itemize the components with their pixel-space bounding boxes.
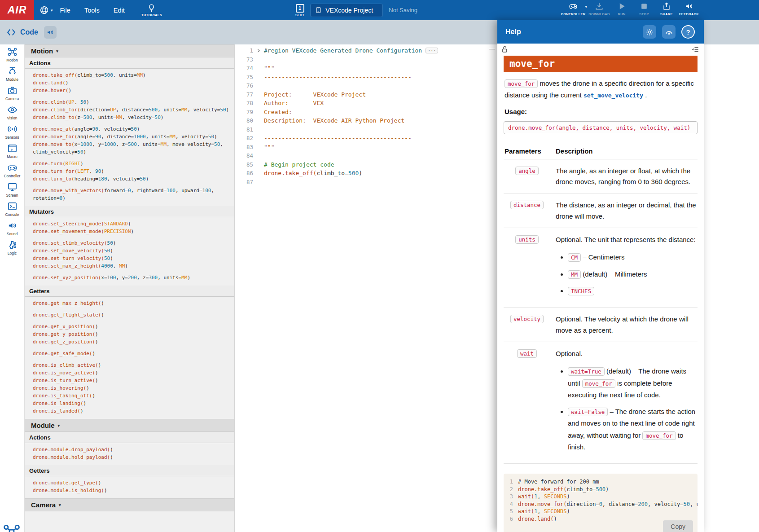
tab-code[interactable]: Code [6, 26, 57, 39]
collapsed-region-marker[interactable]: ··· [426, 48, 438, 53]
rail-item-module[interactable]: Module [0, 64, 24, 83]
param-chip: distance [510, 201, 544, 209]
feedback-button[interactable]: FEEDBACK [678, 2, 700, 16]
sound-toggle-button[interactable] [44, 26, 57, 39]
help-toolbar [497, 44, 704, 55]
command-item[interactable]: drone.set_turn_velocity(50) [25, 255, 234, 262]
menu-edit[interactable]: Edit [114, 7, 125, 14]
toc-icon [691, 45, 699, 53]
stop-button[interactable]: STOP [633, 2, 655, 16]
logic-icon [7, 240, 18, 250]
palette-section-module[interactable]: Module▾ [25, 419, 234, 432]
rail-item-vision[interactable]: Vision [0, 102, 24, 122]
command-item[interactable]: drone.set_climb_velocity(50) [25, 239, 234, 247]
chevron-down-icon: ▾ [585, 4, 587, 9]
slot-button[interactable]: 1 SLOT [295, 4, 304, 17]
doc-title-bar: move_for [504, 56, 698, 72]
command-item[interactable]: drone.module.get_type() [25, 479, 234, 487]
command-item[interactable]: drone.climb_for(direction=UP, distance=5… [25, 106, 234, 114]
command-item[interactable]: drone.set_xyz_position(x=100, y=200, z=3… [25, 274, 234, 281]
command-item[interactable]: drone.take_off(climb_to=500, units=MM) [25, 71, 234, 79]
command-item[interactable]: drone.hover() [25, 87, 234, 94]
command-item[interactable]: drone.is_taking_off() [25, 392, 234, 400]
rail-label-vision: Vision [7, 116, 18, 120]
command-item[interactable]: drone.turn_for(LEFT, 90) [25, 167, 234, 175]
rail-label-sound: Sound [7, 232, 18, 236]
category-rail: MotionModuleCameraVisionSensorsMacroCont… [0, 44, 25, 532]
command-item[interactable]: drone.module.hold_payload() [25, 453, 234, 461]
controller-button[interactable]: CONTROLLER▾ [558, 2, 588, 16]
command-item[interactable]: drone.get_x_position() [25, 323, 234, 330]
command-item[interactable]: drone.get_safe_mode() [25, 350, 234, 357]
doc-link[interactable]: set_move_velocity [584, 92, 643, 99]
menu-file[interactable]: File [60, 7, 70, 14]
tutorials-button[interactable]: TUTORIALS [141, 4, 162, 17]
command-item[interactable]: drone.get_y_position() [25, 330, 234, 338]
param-row-velocity: velocityOptional. The velocity at which … [504, 308, 698, 342]
command-item[interactable]: drone.turn_to(heading=180, velocity=50) [25, 175, 234, 183]
command-item[interactable]: drone.move_with_vectors(forward=0, right… [25, 187, 234, 202]
help-settings-button[interactable] [643, 25, 656, 39]
fold-chevron-icon[interactable] [253, 48, 264, 53]
command-item[interactable]: drone.move_to(x=1000, y=1000, z=500, uni… [25, 141, 234, 156]
rail-item-console[interactable]: Console [0, 199, 24, 218]
rail-item-screen[interactable]: Screen [0, 180, 24, 199]
inline-code-chip: move_for [642, 431, 676, 440]
command-item[interactable]: drone.is_turn_active() [25, 377, 234, 384]
command-item[interactable]: drone.set_steering_mode(STANDARD) [25, 220, 234, 228]
command-item[interactable]: drone.climb(UP, 50) [25, 98, 234, 106]
command-item[interactable]: drone.move_at(angle=90, velocity=50) [25, 125, 234, 133]
rail-label-macro: Macro [7, 154, 18, 159]
command-item[interactable]: drone.set_move_velocity(50) [25, 247, 234, 255]
toc-button[interactable] [691, 45, 699, 53]
help-panel-title: Help [505, 28, 521, 36]
bullet-item: CM – Centimeters [568, 251, 697, 263]
command-item[interactable]: drone.set_max_z_height(4000, MM) [25, 262, 234, 270]
unlock-button[interactable] [501, 45, 509, 53]
line-text: drone.take_off(climb_to=500) [264, 169, 362, 178]
command-cluster: drone.module.drop_payload()drone.module.… [25, 446, 234, 461]
command-item[interactable]: drone.module.is_holding() [25, 487, 234, 494]
command-item[interactable]: drone.get_z_position() [25, 338, 234, 346]
menu-tools[interactable]: Tools [84, 7, 100, 14]
run-label: RUN [618, 12, 625, 16]
command-item[interactable]: drone.turn(RIGHT) [25, 160, 234, 167]
command-item[interactable]: drone.module.drop_payload() [25, 446, 234, 453]
rail-item-controller[interactable]: Controller [0, 160, 24, 180]
sensors-icon [7, 124, 18, 134]
command-item[interactable]: drone.move_for(angle=90, distance=1000, … [25, 133, 234, 141]
save-status: Not Saving [389, 7, 417, 13]
command-item[interactable]: drone.is_hovering() [25, 384, 234, 392]
line-number: 1 [235, 46, 253, 55]
help-dashboard-button[interactable] [662, 25, 676, 39]
rail-item-sensors[interactable]: Sensors [0, 122, 24, 141]
rail-item-motion[interactable]: Motion [0, 44, 24, 64]
help-about-button[interactable]: ? [681, 25, 695, 39]
command-item[interactable]: drone.get_flight_state() [25, 311, 234, 319]
palette-section-camera[interactable]: Camera▾ [25, 498, 234, 511]
line-number: 84 [235, 151, 253, 160]
command-item[interactable]: drone.is_climb_active() [25, 361, 234, 369]
drone-peek-icon [2, 523, 21, 532]
command-item[interactable]: drone.is_landing() [25, 400, 234, 407]
command-item[interactable]: drone.set_movement_mode(PRECISION) [25, 228, 234, 235]
rail-item-sound[interactable]: Sound [0, 218, 24, 237]
share-label: SHARE [660, 12, 673, 16]
command-item[interactable]: drone.land() [25, 79, 234, 87]
palette-section-motion[interactable]: Motion▾ [25, 44, 234, 57]
command-item[interactable]: drone.is_move_active() [25, 369, 234, 377]
command-item[interactable]: drone.climb_to(z=500, units=MM, velocity… [25, 114, 234, 121]
download-button[interactable]: DOWNLOAD [588, 2, 610, 16]
language-button[interactable]: ▾ [39, 5, 53, 15]
command-item[interactable]: drone.is_landed() [25, 407, 234, 415]
share-button[interactable]: SHARE [655, 2, 678, 16]
rail-item-logic[interactable]: Logic [0, 237, 24, 257]
rail-item-camera[interactable]: Camera [0, 83, 24, 102]
project-name-field[interactable]: VEXcode Project [310, 4, 383, 17]
run-button[interactable]: RUN [610, 2, 633, 16]
question-icon: ? [686, 28, 690, 36]
palette-section-title: Camera [31, 501, 56, 509]
command-item[interactable]: drone.get_max_z_height() [25, 299, 234, 307]
rail-item-macro[interactable]: Macro [0, 141, 24, 160]
copy-button[interactable]: Copy [663, 520, 693, 532]
